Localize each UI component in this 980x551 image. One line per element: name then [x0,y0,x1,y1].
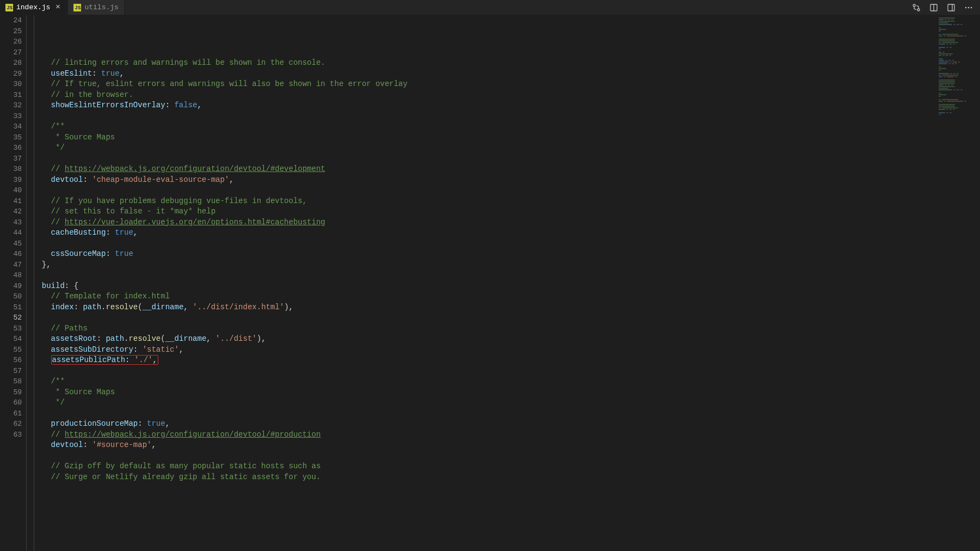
split-editor-icon[interactable] [945,2,957,14]
line-number: 26 [0,36,22,47]
code-line[interactable]: showEslintErrorsInOverlay: false, [33,100,936,111]
code-line[interactable]: * Source Maps [33,387,936,398]
line-number: 33 [0,111,22,122]
line-number: 58 [0,376,22,387]
line-number: 54 [0,334,22,345]
more-icon[interactable] [963,2,975,14]
tabs-spacer [125,0,905,15]
line-number: 27 [0,47,22,58]
code-line[interactable] [33,270,936,281]
code-line[interactable] [33,185,936,196]
code-line[interactable]: // Gzip off by default as many popular s… [33,461,936,472]
code-line[interactable]: // Template for index.html [33,291,936,302]
code-line[interactable] [33,238,936,249]
code-line[interactable]: }, [33,260,936,271]
code-line[interactable]: devtool: 'cheap-module-eval-source-map', [33,175,936,186]
code-line[interactable]: // If true, eslint errors and warnings w… [33,79,936,90]
indent-guide [26,15,27,551]
line-number: 63 [0,430,22,440]
code-line[interactable]: // in the browser. [33,90,936,101]
code-line[interactable]: // If you have problems debugging vue-fi… [33,196,936,207]
line-number: 42 [0,206,22,217]
line-number-gutter[interactable]: 2425262728293031323334353637383940414243… [0,15,26,551]
code-line[interactable]: /** [33,121,936,132]
line-number: 32 [0,100,22,111]
line-number: 48 [0,270,22,281]
code-line[interactable]: */ [33,397,936,408]
line-number: 28 [0,58,22,69]
line-number: 44 [0,228,22,238]
line-number: 62 [0,419,22,430]
svg-point-6 [971,7,972,8]
title-actions [905,0,980,15]
minimap[interactable] [936,15,980,551]
line-number: 38 [0,164,22,175]
line-number: 47 [0,260,22,271]
git-compare-icon[interactable] [910,2,922,14]
line-number: 46 [0,249,22,260]
code-line[interactable]: cssSourceMap: true [33,249,936,260]
line-number: 39 [0,175,22,186]
code-line[interactable]: build: { [33,281,936,292]
line-number: 55 [0,345,22,356]
line-number: 45 [0,238,22,249]
code-line[interactable]: /** [33,376,936,387]
line-number: 59 [0,387,22,398]
code-line[interactable]: devtool: '#source-map', [33,440,936,451]
line-number: 35 [0,132,22,143]
line-number: 41 [0,196,22,207]
code-line[interactable] [33,154,936,164]
tab-index-js[interactable]: JS index.js × [0,0,68,15]
tab-utils-js[interactable]: JS utils.js [68,0,124,15]
code-line[interactable]: index: path.resolve(__dirname, '../dist/… [33,302,936,313]
code-line[interactable]: productionSourceMap: true, [33,419,936,430]
line-number: 34 [0,121,22,132]
code-line[interactable]: assetsRoot: path.resolve(__dirname, '../… [33,334,936,345]
svg-point-0 [913,4,915,7]
line-number: 53 [0,323,22,334]
tab-label: utils.js [84,3,118,11]
svg-point-4 [965,7,967,8]
line-number: 57 [0,366,22,377]
code-line[interactable]: cacheBusting: true, [33,228,936,238]
line-number: 24 [0,15,22,26]
line-number: 30 [0,79,22,90]
tab-label: index.js [16,3,50,11]
line-number: 25 [0,26,22,37]
code-line[interactable]: // https://vue-loader.vuejs.org/en/optio… [33,217,936,228]
code-line[interactable] [33,366,936,377]
code-line[interactable]: // Paths [33,323,936,334]
code-line[interactable]: */ [33,143,936,154]
code-line[interactable]: useEslint: true, [33,69,936,79]
code-line[interactable]: assetsPublicPath: './', [33,355,936,366]
line-number: 36 [0,143,22,154]
line-number: 52 [0,313,22,323]
code-line[interactable]: assetsSubDirectory: 'static', [33,345,936,356]
code-line[interactable] [33,451,936,462]
js-file-icon: JS [5,4,13,11]
code-line[interactable]: // https://webpack.js.org/configuration/… [33,164,936,175]
code-line[interactable]: * Source Maps [33,132,936,143]
svg-rect-3 [948,4,954,11]
close-icon[interactable]: × [53,3,62,12]
code-line[interactable]: // Surge or Netlify already gzip all sta… [33,472,936,483]
indent-guide [34,15,34,551]
line-number: 29 [0,69,22,79]
editor-area[interactable]: 2425262728293031323334353637383940414243… [0,15,980,551]
code-line[interactable]: // linting errors and warnings will be s… [33,58,936,69]
code-content[interactable]: // linting errors and warnings will be s… [26,15,936,551]
svg-point-1 [917,9,920,11]
line-number: 56 [0,355,22,366]
open-preview-icon[interactable] [928,2,940,14]
line-number: 43 [0,217,22,228]
line-number: 50 [0,291,22,302]
code-line[interactable]: // https://webpack.js.org/configuration/… [33,430,936,440]
line-number: 40 [0,185,22,196]
code-line[interactable] [33,111,936,122]
line-number: 49 [0,281,22,292]
tabs-bar: JS index.js × JS utils.js [0,0,980,15]
code-line[interactable]: // set this to false - it *may* help [33,206,936,217]
code-line[interactable] [33,313,936,323]
js-file-icon: JS [73,4,81,11]
code-line[interactable] [33,408,936,419]
